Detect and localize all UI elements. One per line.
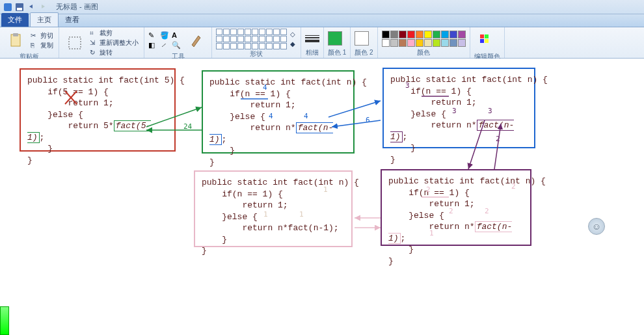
group-colors: 颜色 [378, 27, 470, 58]
svg-rect-8 [480, 39, 484, 43]
shape-cell[interactable] [259, 29, 265, 35]
cb-pink: public static int fact(int n) { if(n == … [194, 170, 353, 247]
canvas[interactable]: public static int fact(int 5) { if(5 == … [0, 59, 644, 335]
linewidth-button[interactable] [305, 35, 319, 42]
color-cell[interactable] [433, 31, 440, 38]
color-cell[interactable] [382, 39, 390, 47]
annotation: 1 [299, 210, 304, 219]
shape-cell[interactable] [266, 36, 273, 42]
shape-outline[interactable]: ◇ [289, 30, 297, 39]
tab-file[interactable]: 文件 [1, 13, 29, 27]
shape-cell[interactable] [230, 36, 237, 42]
color-cell[interactable] [407, 31, 415, 38]
copy-button[interactable]: ⎘复制 [29, 41, 55, 50]
brush-button[interactable] [184, 29, 208, 52]
shape-gallery[interactable] [216, 29, 287, 49]
shape-cell[interactable] [223, 36, 230, 42]
shape-cell[interactable] [230, 29, 237, 35]
crop-button[interactable]: ⌗裁剪 [88, 29, 140, 38]
shape-cell[interactable] [280, 43, 287, 49]
color-cell[interactable] [382, 31, 390, 38]
color-cell[interactable] [441, 39, 449, 47]
color1-swatch[interactable] [328, 31, 342, 46]
color-cell[interactable] [390, 31, 398, 38]
color-cell[interactable] [399, 31, 407, 38]
shape-cell[interactable] [223, 43, 230, 49]
shape-cell[interactable] [259, 36, 265, 42]
shape-cell[interactable] [252, 36, 258, 42]
annotation: 2 [511, 182, 516, 191]
shape-cell[interactable] [237, 43, 244, 49]
text-tool[interactable]: A [172, 31, 182, 40]
color-cell[interactable] [390, 39, 398, 47]
svg-rect-2 [17, 8, 22, 10]
undo-icon[interactable] [26, 2, 36, 12]
shape-cell[interactable] [266, 29, 273, 35]
color-cell[interactable] [416, 31, 423, 38]
resize-button[interactable]: ⇲重新调整大小 [88, 38, 140, 47]
scissors-icon: ✂ [31, 32, 38, 40]
color-cell[interactable] [449, 39, 457, 47]
bottom-indicator [0, 306, 9, 335]
shape-cell[interactable] [252, 29, 258, 35]
shape-cell[interactable] [273, 36, 280, 42]
tab-strip: 文件 主页 查看 [0, 14, 644, 27]
color-cell[interactable] [441, 31, 449, 38]
color-cell[interactable] [458, 39, 466, 47]
zoom-tool[interactable]: 🔍 [172, 41, 182, 49]
annotation: 2 [449, 207, 453, 215]
svg-rect-0 [4, 3, 12, 11]
shape-cell[interactable] [223, 29, 230, 35]
cut-button[interactable]: ✂剪切 [29, 31, 55, 40]
shape-cell[interactable] [245, 43, 251, 49]
shape-cell[interactable] [252, 43, 258, 49]
group-label: 颜色 1 [328, 48, 346, 58]
tab-view[interactable]: 查看 [59, 13, 86, 27]
shape-fill[interactable]: ◆ [289, 40, 297, 49]
shape-cell[interactable] [245, 29, 251, 35]
color-cell[interactable] [458, 31, 466, 38]
eraser-tool[interactable]: ◧ [148, 41, 159, 49]
shape-cell[interactable] [216, 43, 222, 49]
group-linewidth: 粗细 [301, 27, 324, 58]
shape-cell[interactable] [216, 36, 222, 42]
svg-rect-6 [480, 34, 484, 38]
color-cell[interactable] [449, 31, 457, 38]
shape-cell[interactable] [245, 36, 251, 42]
fill-tool[interactable]: 🪣 [160, 31, 170, 40]
color-cell[interactable] [416, 39, 423, 47]
color-cell[interactable] [407, 39, 415, 47]
pencil-tool[interactable]: ✎ [148, 31, 159, 40]
paste-button[interactable] [4, 29, 27, 52]
shape-cell[interactable] [230, 43, 237, 49]
color-cell[interactable] [424, 39, 432, 47]
color2-swatch[interactable] [355, 31, 369, 46]
group-label: 粗细 [305, 48, 319, 58]
cb-green: public static int fact(int n) { if(n == … [202, 70, 355, 154]
shape-cell[interactable] [266, 43, 273, 49]
tab-home[interactable]: 主页 [30, 12, 59, 27]
shape-cell[interactable] [280, 29, 287, 35]
redo-icon[interactable] [38, 2, 48, 12]
shape-cell[interactable] [273, 43, 280, 49]
rotate-button[interactable]: ↻旋转 [88, 48, 140, 57]
color-palette-row2[interactable] [382, 39, 466, 47]
shape-cell[interactable] [280, 36, 287, 42]
shape-cell[interactable] [237, 36, 244, 42]
cb-maroon: public static int fact(int n) { if(n == … [381, 169, 531, 246]
shape-cell[interactable] [273, 29, 280, 35]
annotation: 3 [405, 81, 410, 90]
shape-cell[interactable] [259, 43, 265, 49]
shape-cell[interactable] [237, 29, 244, 35]
color-cell[interactable] [399, 39, 407, 47]
save-icon[interactable] [14, 2, 25, 12]
picker-tool[interactable]: ⟋ [160, 41, 170, 49]
color-palette-row1[interactable] [382, 31, 466, 38]
annotation: 2 [485, 207, 489, 215]
select-button[interactable] [63, 31, 87, 55]
color-cell[interactable] [424, 31, 432, 38]
assist-icon[interactable]: ☺ [588, 218, 605, 235]
shape-cell[interactable] [216, 29, 222, 35]
edit-colors-button[interactable] [474, 29, 498, 52]
color-cell[interactable] [433, 39, 440, 47]
